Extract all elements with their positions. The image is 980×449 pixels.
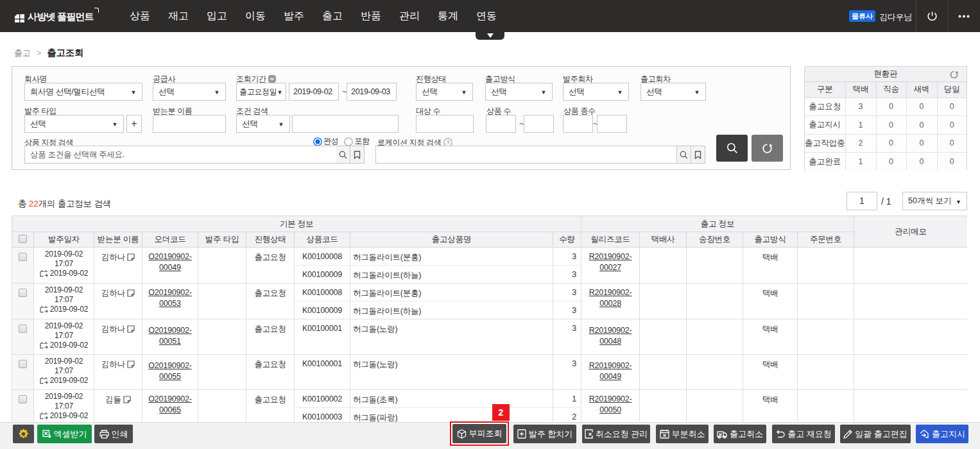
svg-text:?: ? (446, 139, 449, 146)
